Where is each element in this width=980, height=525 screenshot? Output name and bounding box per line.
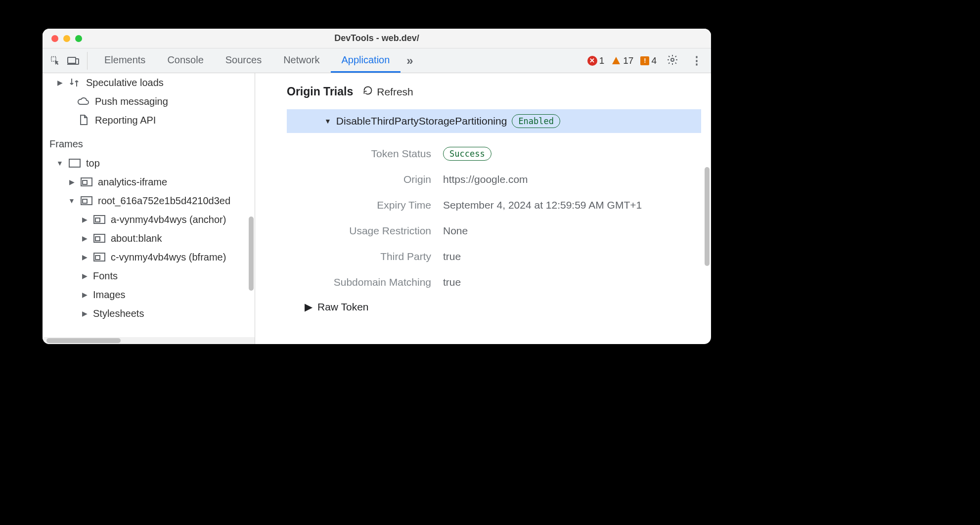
frame-item-label: root_616a752e1b5d4210d3ed (98, 195, 230, 207)
settings-icon[interactable] (664, 54, 681, 68)
inspect-icon[interactable] (48, 54, 62, 68)
frame-item-label: c-vynmy4vb4wys (bframe) (111, 252, 226, 263)
detail-value: https://google.com (443, 174, 528, 185)
frame-item-label: Fonts (93, 270, 118, 282)
frame-item[interactable]: ▼root_616a752e1b5d4210d3ed (43, 191, 255, 210)
trial-status-badge: Enabled (512, 114, 560, 128)
detail-key: Token Status (287, 148, 443, 160)
minimize-button[interactable] (63, 35, 70, 42)
detail-key: Third Party (287, 251, 443, 262)
more-menu-icon[interactable]: ⋮ (688, 54, 705, 67)
iframe-icon (80, 195, 93, 206)
detail-key: Expiry Time (287, 199, 443, 211)
frame-item[interactable]: ▶Images (43, 285, 255, 304)
chevron-down-icon: ▼ (324, 117, 331, 125)
trial-details: Token StatusSuccessOriginhttps://google.… (255, 141, 711, 295)
frame-item-label: analytics-iframe (98, 176, 167, 188)
main: ▶Speculative loadsPush messagingReportin… (43, 73, 711, 344)
device-toggle-icon[interactable] (66, 54, 80, 68)
panel-tabs: Elements Console Sources Network Applica… (93, 48, 419, 73)
chevron-icon: ▶ (81, 272, 88, 280)
chevron-right-icon: ▶ (305, 301, 312, 313)
tab-console[interactable]: Console (156, 48, 214, 73)
content-header: Origin Trials Refresh (255, 85, 711, 98)
sidebar-vertical-scrollbar[interactable] (249, 217, 254, 291)
error-counter[interactable]: ✕ 1 (587, 55, 605, 66)
refresh-icon (363, 86, 373, 98)
frame-item[interactable]: ▶c-vynmy4vb4wys (bframe) (43, 248, 255, 266)
frame-item-label: top (86, 158, 100, 169)
detail-row: Token StatusSuccess (287, 141, 711, 167)
refresh-label: Refresh (377, 86, 413, 98)
tab-sources[interactable]: Sources (215, 48, 272, 73)
svg-rect-13 (95, 237, 100, 241)
tab-network[interactable]: Network (272, 48, 330, 73)
frame-item[interactable]: ▶a-vynmy4vb4wys (anchor) (43, 210, 255, 229)
frame-item[interactable]: ▶about:blank (43, 229, 255, 248)
warning-count: 17 (623, 55, 633, 66)
detail-key: Usage Restriction (287, 225, 443, 237)
frame-item[interactable]: ▶Fonts (43, 266, 255, 285)
iframe-icon (93, 214, 106, 225)
frame-item[interactable]: ▶analytics-iframe (43, 173, 255, 191)
sidebar-content: ▶Speculative loadsPush messagingReportin… (43, 73, 255, 337)
toolbar: Elements Console Sources Network Applica… (43, 48, 711, 73)
tab-elements[interactable]: Elements (93, 48, 156, 73)
file-icon (77, 115, 90, 126)
traffic-lights (43, 35, 82, 42)
detail-value: September 4, 2024 at 12:59:59 AM GMT+1 (443, 199, 642, 211)
speculative-icon (68, 77, 81, 88)
detail-key: Subdomain Matching (287, 276, 443, 288)
content-title: Origin Trials (287, 85, 353, 98)
more-tabs-icon[interactable]: » (401, 54, 419, 68)
devtools-window: DevTools - web.dev/ Elements Console S (43, 29, 711, 344)
refresh-button[interactable]: Refresh (363, 86, 413, 98)
warning-counter[interactable]: 17 (611, 55, 633, 66)
toolbar-left (48, 52, 88, 70)
detail-key: Origin (287, 174, 443, 185)
raw-token-label: Raw Token (317, 301, 369, 313)
origin-trial-row[interactable]: ▼ DisableThirdPartyStoragePartitioning E… (287, 109, 701, 133)
frame-icon (68, 158, 81, 169)
warning-icon (611, 56, 621, 66)
cloud-icon (77, 96, 90, 107)
sidebar-item-reporting-api[interactable]: Reporting API (43, 111, 255, 130)
raw-token-toggle[interactable]: ▶ Raw Token (255, 301, 711, 313)
svg-rect-1 (68, 57, 76, 63)
frame-item[interactable]: ▶Stylesheets (43, 304, 255, 323)
frame-item-label: about:blank (111, 233, 162, 244)
svg-rect-11 (95, 218, 100, 222)
chevron-icon: ▼ (56, 159, 63, 167)
sidebar-item-push-messaging[interactable]: Push messaging (43, 92, 255, 111)
detail-value: None (443, 225, 468, 237)
issue-counter[interactable]: ! 4 (640, 55, 657, 66)
sidebar-item-label: Push messaging (95, 96, 168, 107)
content-pane: Origin Trials Refresh ▼ DisableThirdPart… (255, 73, 711, 344)
maximize-button[interactable] (75, 35, 82, 42)
trial-name: DisableThirdPartyStoragePartitioning (336, 115, 507, 127)
sidebar-item-speculative-loads[interactable]: ▶Speculative loads (43, 73, 255, 92)
chevron-icon: ▶ (81, 291, 88, 299)
frame-item-label: Stylesheets (93, 308, 144, 319)
error-count: 1 (599, 55, 605, 66)
detail-row: Originhttps://google.com (287, 167, 711, 192)
chevron-icon: ▶ (81, 234, 88, 242)
titlebar: DevTools - web.dev/ (43, 29, 711, 48)
issue-icon: ! (640, 56, 649, 65)
chevron-icon: ▶ (68, 178, 75, 186)
scrollbar-thumb[interactable] (46, 338, 121, 343)
issue-count: 4 (651, 55, 657, 66)
svg-rect-5 (69, 159, 80, 167)
detail-row: Expiry TimeSeptember 4, 2024 at 12:59:59… (287, 192, 711, 218)
close-button[interactable] (51, 35, 58, 42)
tab-application[interactable]: Application (331, 48, 401, 73)
detail-row: Usage RestrictionNone (287, 218, 711, 244)
frame-item[interactable]: ▼top (43, 154, 255, 173)
detail-row: Subdomain Matchingtrue (287, 269, 711, 295)
content-vertical-scrollbar[interactable] (705, 167, 710, 266)
iframe-icon (80, 176, 93, 187)
svg-point-4 (671, 58, 674, 61)
sidebar-item-label: Reporting API (95, 115, 156, 126)
frame-item-label: Images (93, 289, 126, 301)
sidebar-horizontal-scrollbar[interactable] (43, 337, 255, 344)
